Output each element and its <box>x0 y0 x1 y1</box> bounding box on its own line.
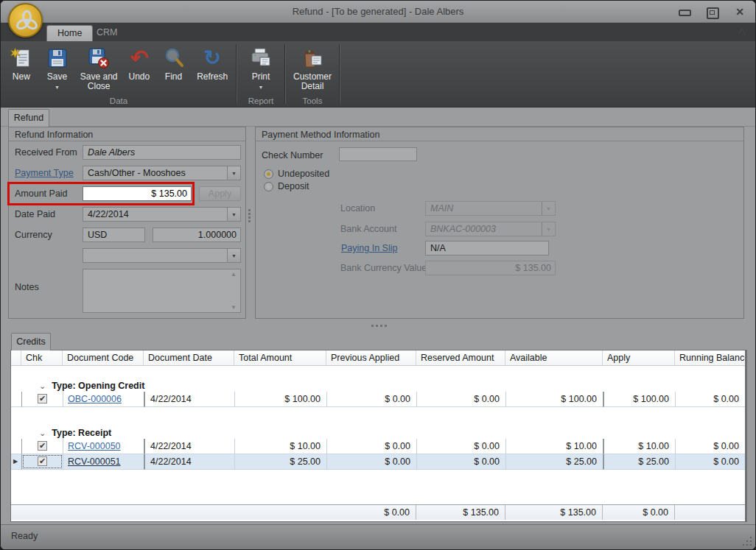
received-from-label: Received From <box>15 147 77 158</box>
table-row-obc-000006[interactable]: ✔ OBC-000006 4/22/2014 $ 100.00 $ 0.00 $… <box>11 392 745 407</box>
minimize-button[interactable] <box>677 7 690 17</box>
grid-header-reserved-amount[interactable]: Reserved Amount <box>416 350 505 365</box>
grid-header-total-amount[interactable]: Total Amount <box>234 350 326 365</box>
tab-refund[interactable]: Refund <box>8 109 49 127</box>
apply-cell[interactable]: $ 10.00 <box>603 439 675 454</box>
tab-crm[interactable]: CRM <box>86 25 127 41</box>
apply-cell[interactable]: $ 25.00 <box>603 454 675 470</box>
restore-button[interactable] <box>705 7 718 17</box>
reserved-amount-cell: $ 0.00 <box>416 392 505 407</box>
grid-header-previous-applied[interactable]: Previous Applied <box>326 350 416 365</box>
customer-detail-button[interactable]: Customer Detail <box>288 44 337 91</box>
ribbon-group-tools: Customer Detail Tools <box>285 41 340 107</box>
grid-header-row: Chk Document Code Document Date Total Am… <box>11 350 745 366</box>
document-code-link[interactable]: OBC-000006 <box>68 394 122 404</box>
refresh-button[interactable]: ↻ Refresh <box>191 44 234 82</box>
grid-header-apply[interactable]: Apply <box>603 350 675 365</box>
document-code-link[interactable]: RCV-000051 <box>68 456 121 467</box>
deposit-radio-label: Deposit <box>278 181 309 191</box>
group-row-opening-credit[interactable]: ⌄ Type: Opening Credit <box>11 379 745 392</box>
previous-applied-cell: $ 0.00 <box>326 454 416 470</box>
notes-scrollbar[interactable]: ▲ ▼ <box>229 271 238 311</box>
ribbon-group-data: New Save ▼ Save and Close ↶ Undo <box>1 41 237 107</box>
deposit-radio[interactable]: Deposit <box>264 181 309 191</box>
print-button-label: Print <box>252 72 270 82</box>
find-button[interactable]: Find <box>156 44 192 82</box>
app-logo-icon[interactable] <box>8 3 43 38</box>
running-balance-cell: $ 0.00 <box>675 454 745 470</box>
document-code-link[interactable]: RCV-000050 <box>68 441 121 451</box>
exchange-rate-field[interactable]: 1.000000 <box>153 228 241 242</box>
save-dropdown-icon[interactable]: ▼ <box>55 82 60 92</box>
previous-applied-cell: $ 0.00 <box>326 392 416 407</box>
payment-type-link[interactable]: Payment Type <box>15 168 74 178</box>
print-button[interactable]: Print ▼ <box>239 44 282 92</box>
notes-label: Notes <box>15 282 39 292</box>
status-bar: Ready <box>1 524 755 549</box>
running-balance-cell: $ 0.00 <box>675 439 745 454</box>
customer-detail-icon <box>300 46 325 71</box>
refund-information-title: Refund Information <box>9 127 245 141</box>
save-icon <box>45 46 70 71</box>
refresh-button-label: Refresh <box>197 72 228 82</box>
apply-cell[interactable]: $ 100.00 <box>603 392 675 407</box>
undo-button[interactable]: ↶ Undo <box>122 44 156 82</box>
paying-in-slip-link[interactable]: Paying In Slip <box>341 243 397 253</box>
grid-header-available[interactable]: Available <box>505 350 603 365</box>
received-from-field[interactable]: Dale Albers <box>83 145 241 160</box>
location-combo: MAIN ▼ <box>425 201 556 216</box>
check-number-input[interactable] <box>339 147 417 161</box>
bank-currency-value-label: Bank Currency Value <box>340 263 427 273</box>
apply-button[interactable]: Apply <box>199 186 241 201</box>
currency-field[interactable]: USD <box>83 228 145 242</box>
save-button[interactable]: Save ▼ <box>39 44 76 92</box>
triquetra-icon <box>14 9 40 35</box>
horizontal-splitter[interactable] <box>371 325 387 327</box>
tab-credits[interactable]: Credits <box>11 333 51 350</box>
table-row-rcv-000050[interactable]: ✔ RCV-000050 4/22/2014 $ 10.00 $ 0.00 $ … <box>11 439 745 454</box>
date-paid-dropdown-icon[interactable]: ▼ <box>227 208 240 221</box>
paying-in-slip-field[interactable]: N/A <box>425 241 549 255</box>
collapse-group-icon[interactable]: ⌄ <box>39 383 46 389</box>
scroll-up-icon[interactable]: ▲ <box>231 271 237 278</box>
close-button[interactable]: ✕ <box>733 7 746 17</box>
save-and-close-button[interactable]: Save and Close <box>75 44 122 91</box>
document-date-cell: 4/22/2014 <box>144 439 234 454</box>
payment-type-dropdown-icon[interactable]: ▼ <box>227 166 240 180</box>
scroll-down-icon[interactable]: ▼ <box>231 304 237 311</box>
row-checkbox-checked[interactable]: ✔ <box>38 441 47 451</box>
grid-header-document-date[interactable]: Document Date <box>144 350 234 365</box>
summary-running-balance: $ 0.00 <box>603 505 675 520</box>
grid-header-running-balance[interactable]: Running Balance <box>675 350 745 365</box>
vertical-splitter[interactable] <box>248 209 251 222</box>
group-row-receipt[interactable]: ⌄ Type: Receipt <box>11 426 745 439</box>
save-and-close-button-label: Save and Close <box>75 72 122 91</box>
grid-header-gutter <box>11 350 21 365</box>
extra-combo-dropdown-icon[interactable]: ▼ <box>227 249 240 262</box>
print-dropdown-icon[interactable]: ▼ <box>259 82 264 92</box>
ribbon-collapse-icon[interactable]: ᐱ <box>738 27 746 37</box>
reserved-amount-cell: $ 0.00 <box>416 439 505 454</box>
ribbon: New Save ▼ Save and Close ↶ Undo <box>1 41 755 107</box>
resize-grip[interactable] <box>742 536 752 546</box>
extra-combo[interactable]: ▼ <box>83 248 241 263</box>
collapse-group-icon[interactable]: ⌄ <box>39 430 46 436</box>
radio-selected-icon <box>264 169 273 179</box>
row-checkbox-checked[interactable]: ✔ <box>38 394 47 403</box>
undeposited-radio[interactable]: Undeposited <box>264 169 329 179</box>
reserved-amount-cell: $ 0.00 <box>416 454 505 470</box>
grid-header-chk[interactable]: Chk <box>21 350 63 365</box>
app-window: Refund - [To be generated] - Dale Albers… <box>0 0 756 550</box>
bank-account-dropdown-icon: ▼ <box>542 222 555 236</box>
new-button[interactable]: New <box>4 44 39 82</box>
notes-textarea[interactable]: ▲ ▼ <box>83 269 241 313</box>
grid-header-document-code[interactable]: Document Code <box>63 350 144 365</box>
undo-icon: ↶ <box>127 46 152 71</box>
table-row-rcv-000051-selected[interactable]: ▶ ✔ RCV-000051 4/22/2014 $ 25.00 $ 0.00 … <box>11 454 745 470</box>
date-paid-combo[interactable]: 4/22/2014 ▼ <box>83 207 241 222</box>
payment-type-value: Cash/Other - Mooshoes <box>88 168 186 178</box>
save-button-label: Save <box>47 72 67 82</box>
location-value: MAIN <box>430 203 453 214</box>
highlight-annotation <box>7 182 195 205</box>
payment-type-combo[interactable]: Cash/Other - Mooshoes ▼ <box>83 166 241 180</box>
